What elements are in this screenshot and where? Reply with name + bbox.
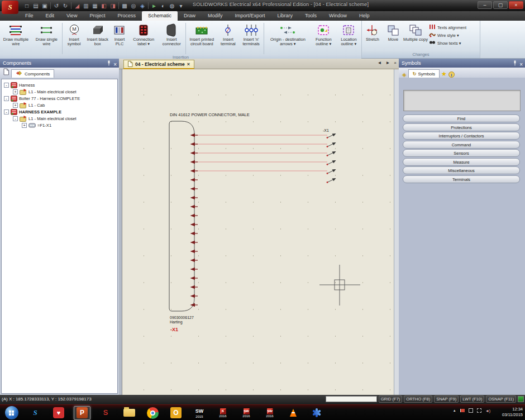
pin-icon[interactable] bbox=[513, 60, 517, 69]
redo-icon[interactable]: ↻ bbox=[62, 2, 69, 9]
category-measure[interactable]: Measure bbox=[403, 158, 520, 166]
menu-schematic[interactable]: Schematic bbox=[142, 11, 178, 21]
menu-import-export[interactable]: Import/Export bbox=[228, 11, 271, 21]
key-icon[interactable]: ◈ bbox=[402, 71, 407, 78]
doc-red-icon[interactable]: ◧ bbox=[101, 2, 107, 9]
taskbar-clock[interactable]: 12:34 03/11/2015 bbox=[493, 407, 523, 418]
drawing-canvas[interactable]: DIN 41612 POWER CONNECTOR, MALE -X1 0903… bbox=[122, 69, 394, 395]
pin-icon[interactable] bbox=[107, 60, 111, 69]
doc-red2-icon[interactable]: ◨ bbox=[109, 2, 116, 9]
zoom-icon[interactable]: ◎ bbox=[130, 2, 137, 9]
tree-item-label[interactable]: =F1-X1 bbox=[37, 123, 51, 128]
tree-item-label[interactable]: L1 - Cab bbox=[28, 103, 45, 108]
insert-terminal-button[interactable]: Insert terminal bbox=[217, 22, 239, 51]
tree-row-location[interactable]: + L1 - Main electrical closet bbox=[4, 88, 117, 95]
tray-window-icon[interactable] bbox=[477, 408, 481, 413]
vertical-scrollbar[interactable] bbox=[394, 69, 399, 395]
connection-label-button[interactable]: Connection label ▾ bbox=[129, 22, 159, 51]
save-icon[interactable]: ▣ bbox=[41, 2, 48, 9]
menu-window[interactable]: Window bbox=[323, 11, 353, 21]
menu-view[interactable]: View bbox=[60, 11, 83, 21]
wire-style-button[interactable]: Wire style ▾ bbox=[429, 32, 466, 39]
menu-help[interactable]: Help bbox=[353, 11, 376, 21]
tab-nav-prev-icon[interactable]: ◄ bbox=[377, 60, 381, 65]
lwt-toggle-button[interactable]: LWT (F10) bbox=[460, 395, 484, 403]
info-icon[interactable]: i bbox=[448, 71, 455, 78]
insert-black-box-button[interactable]: Insert black box bbox=[85, 22, 110, 51]
taskbar-app-s-swirl[interactable]: S bbox=[27, 406, 44, 420]
open-icon[interactable]: ▤ bbox=[32, 2, 39, 9]
insert-connector-button[interactable]: Insert connector bbox=[159, 22, 185, 51]
close-button[interactable]: × bbox=[509, 1, 523, 9]
paste-icon[interactable]: ▦ bbox=[92, 2, 98, 9]
favorites-star-icon[interactable]: ★ bbox=[441, 70, 447, 78]
draw-single-wire-button[interactable]: Draw single wire bbox=[32, 22, 61, 51]
tree-expander[interactable]: + bbox=[13, 103, 18, 108]
tree-item-label[interactable]: Harness bbox=[19, 83, 35, 88]
function-outline-button[interactable]: Function outline ▾ bbox=[311, 22, 336, 51]
action-center-flag-icon[interactable] bbox=[460, 409, 465, 412]
taskbar-app-chrome[interactable] bbox=[144, 406, 161, 420]
qat-dropdown-icon[interactable]: ▾ bbox=[178, 2, 184, 9]
power-icon[interactable]: ◍ bbox=[169, 2, 175, 9]
insert-printed-circuit-board-button[interactable]: Insert printed circuit board bbox=[187, 22, 217, 51]
taskbar-app-powerpoint[interactable]: P bbox=[74, 406, 90, 420]
osnap-toggle-button[interactable]: OSNAP (F11) bbox=[486, 395, 516, 403]
menu-edit[interactable]: Edit bbox=[40, 11, 61, 21]
orbit-cube-icon[interactable]: ◈ bbox=[139, 2, 146, 9]
tray-expand-icon[interactable]: ▲ bbox=[453, 409, 456, 412]
taskbar-app-solidworks-rx[interactable]: S bbox=[97, 406, 114, 420]
texts-alignment-button[interactable]: Texts alignment bbox=[429, 24, 466, 31]
grid-toggle-button[interactable]: GRID (F7) bbox=[379, 395, 403, 403]
tree-expander[interactable]: - bbox=[4, 96, 9, 101]
menu-draw[interactable]: Draw bbox=[178, 11, 202, 21]
category-miscellaneous[interactable]: Miscellaneous bbox=[403, 166, 520, 174]
command-input[interactable] bbox=[326, 396, 377, 402]
tree-item-label[interactable]: Bolter 77 - Harness COMPLETE bbox=[19, 96, 80, 101]
new-icon[interactable]: □ bbox=[23, 2, 30, 9]
tree-item-label[interactable]: L1 - Main electrical closet bbox=[28, 89, 77, 94]
tree-row-connector[interactable]: + =F1-X1 bbox=[4, 122, 117, 128]
taskbar-app-solidworks-2015[interactable]: SW2015 bbox=[191, 406, 208, 420]
menu-modify[interactable]: Modify bbox=[202, 11, 229, 21]
tree-expander[interactable]: - bbox=[13, 116, 18, 121]
multiple-copy-button[interactable]: Multiple copy bbox=[403, 22, 428, 51]
film-icon[interactable]: ▩ bbox=[121, 2, 128, 9]
snap-toggle-button[interactable]: SNAP (F9) bbox=[434, 395, 459, 403]
category-command[interactable]: Command bbox=[403, 141, 520, 149]
taskbar-app-vlc[interactable] bbox=[285, 406, 302, 420]
user-icon[interactable]: ◐ bbox=[160, 2, 166, 9]
statusbar-mini-icon[interactable] bbox=[518, 396, 524, 402]
tree-expander[interactable]: - bbox=[4, 83, 9, 88]
tree-expander[interactable]: + bbox=[13, 89, 18, 94]
panel-close-icon[interactable]: × bbox=[113, 61, 117, 68]
ortho-toggle-button[interactable]: ORTHO (F8) bbox=[404, 395, 432, 403]
minimize-button[interactable]: – bbox=[478, 1, 492, 9]
menu-tools[interactable]: Tools bbox=[299, 11, 323, 21]
menu-file[interactable]: File bbox=[19, 11, 40, 21]
go-to-icon[interactable]: ► bbox=[151, 2, 157, 9]
tree-expander[interactable]: + bbox=[22, 123, 27, 128]
taskbar-app-blue-flower[interactable] bbox=[308, 406, 325, 420]
tree-row-harness[interactable]: - Harness bbox=[4, 82, 117, 88]
category-protections[interactable]: Protections bbox=[403, 123, 520, 131]
category-terminals[interactable]: Terminals bbox=[403, 175, 520, 183]
insert-symbol-button[interactable]: M Insert symbol bbox=[63, 22, 85, 51]
document-tab[interactable]: 04 - Electrical scheme × bbox=[123, 60, 194, 69]
tab-nav-close-icon[interactable]: × bbox=[394, 60, 397, 65]
panel-close-icon[interactable]: × bbox=[519, 61, 523, 68]
insert-n-terminals-button[interactable]: Insert 'n' terminals bbox=[239, 22, 263, 51]
taskbar-app-solidworks-2016-b[interactable]: SW2016 bbox=[261, 406, 278, 420]
move-button[interactable]: Move bbox=[383, 22, 403, 51]
category-interruptors-contactors[interactable]: Interruptors / Contactors bbox=[403, 132, 520, 140]
start-button[interactable] bbox=[3, 406, 20, 420]
tray-app-icon[interactable] bbox=[469, 408, 473, 413]
tab-nav-next-icon[interactable]: ► bbox=[385, 60, 390, 65]
show-texts-button[interactable]: Show texts ▾ bbox=[429, 40, 466, 46]
menu-process[interactable]: Process bbox=[111, 11, 142, 21]
volume-icon[interactable]: ◄) bbox=[485, 409, 490, 413]
menu-project[interactable]: Project bbox=[83, 11, 111, 21]
tree-expander[interactable]: - bbox=[4, 109, 9, 114]
draw-wire-icon[interactable]: ◢ bbox=[74, 2, 80, 9]
tree-row-harness-example[interactable]: - HARNESS EXAMPLE bbox=[4, 108, 117, 115]
